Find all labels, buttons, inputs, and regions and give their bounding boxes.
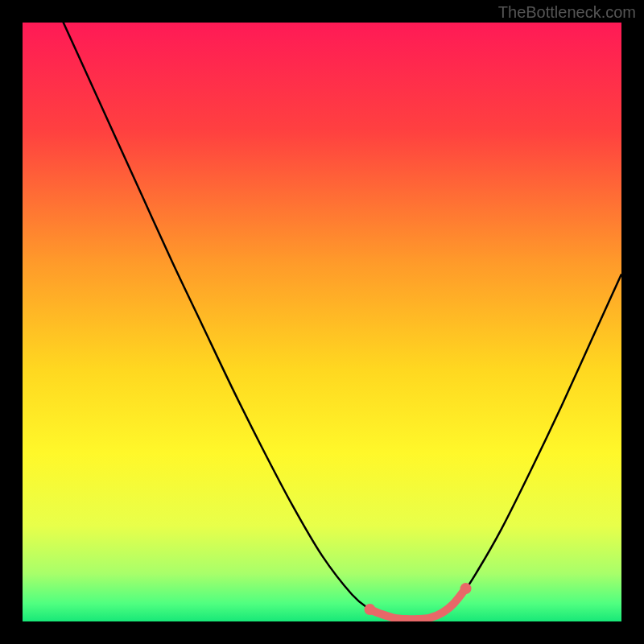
chart-container: TheBottleneck.com bbox=[0, 0, 644, 644]
gradient-background bbox=[23, 23, 621, 621]
plot-area bbox=[23, 23, 621, 621]
optimal-range-endpoint bbox=[365, 604, 376, 615]
watermark-text: TheBottleneck.com bbox=[498, 3, 636, 22]
chart-svg bbox=[23, 23, 621, 621]
optimal-range-endpoint bbox=[460, 583, 472, 594]
